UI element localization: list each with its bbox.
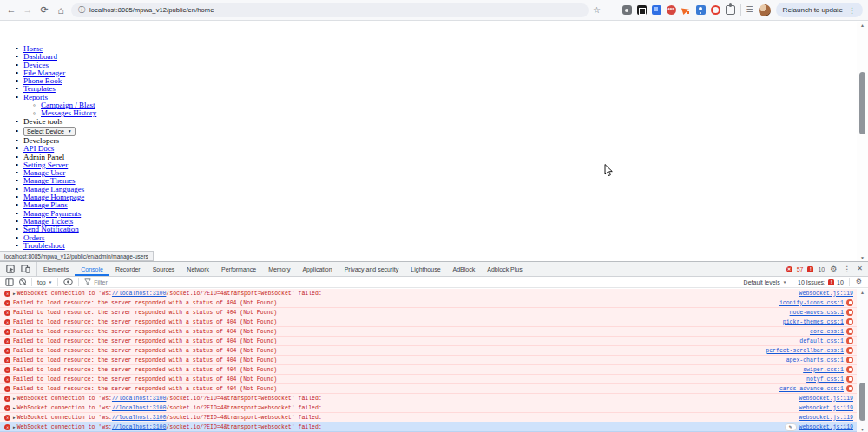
log-levels-dropdown[interactable]: Default levels ▼ bbox=[744, 279, 787, 285]
websocket-url-link[interactable]: //localhost:3100 bbox=[112, 415, 166, 421]
console-websocket-error-row[interactable]: ✕▶WebSocket connection to 'ws://localhos… bbox=[0, 413, 857, 422]
menu-item-setting-server[interactable]: Setting Server bbox=[23, 161, 857, 169]
scroll-down-icon[interactable]: ▼ bbox=[857, 254, 868, 261]
console-404-error-row[interactable]: ✕Failed to load resource: the server res… bbox=[0, 346, 857, 356]
devtools-tab-sources[interactable]: Sources bbox=[147, 262, 181, 276]
expand-triangle-icon[interactable]: ▶ bbox=[13, 425, 16, 429]
console-scrollbar-thumb[interactable] bbox=[859, 383, 865, 421]
extensions-puzzle-icon[interactable] bbox=[726, 5, 735, 15]
menu-item-phone-book[interactable]: Phone Book bbox=[23, 77, 857, 85]
devtools-tab-network[interactable]: Network bbox=[181, 262, 215, 276]
back-icon[interactable]: ← bbox=[5, 4, 17, 16]
console-404-error-row[interactable]: ✕Failed to load resource: the server res… bbox=[0, 337, 857, 346]
address-bar[interactable]: ⓘ localhost:8085/mpwa_v12/public/en/home bbox=[71, 3, 589, 17]
source-file-link[interactable]: websocket.js:119 bbox=[799, 424, 853, 430]
menu-item-orders[interactable]: Orders bbox=[23, 234, 857, 242]
websocket-url-link[interactable]: //localhost:3100 bbox=[112, 424, 166, 430]
camera-extension-icon[interactable] bbox=[622, 5, 632, 15]
source-file-link[interactable]: apex-charts.css:1 bbox=[786, 357, 844, 363]
source-file-link[interactable]: websocket.js:119 bbox=[799, 396, 853, 402]
page-scrollbar[interactable]: ▲ ▼ bbox=[857, 22, 868, 261]
console-404-error-row[interactable]: ✕Failed to load resource: the server res… bbox=[0, 384, 857, 394]
websocket-url-link[interactable]: //localhost:3100 bbox=[112, 291, 166, 297]
adblock-plus-icon[interactable] bbox=[667, 5, 676, 15]
bookmark-star-icon[interactable]: ☆ bbox=[593, 6, 601, 15]
source-file-link[interactable]: perfect-scrollbar.css:1 bbox=[766, 348, 844, 354]
expand-triangle-icon[interactable]: ▶ bbox=[13, 396, 16, 401]
home-icon[interactable]: ⌂ bbox=[55, 4, 67, 16]
device-toolbar-icon[interactable] bbox=[21, 265, 30, 273]
menu-item-manage-user[interactable]: Manage User bbox=[23, 169, 857, 177]
source-file-link[interactable]: iconify-icons.css:1 bbox=[779, 300, 844, 306]
scroll-down-icon[interactable]: ▼ bbox=[857, 426, 868, 432]
submenu-item-campaign-blast[interactable]: Campaign / Blast bbox=[41, 101, 857, 109]
console-404-error-row[interactable]: ✕Failed to load resource: the server res… bbox=[0, 308, 857, 317]
menu-item-api-docs[interactable]: API Docs bbox=[23, 145, 857, 153]
console-filter-input[interactable]: Filter bbox=[84, 278, 108, 285]
console-websocket-error-row[interactable]: ✕▶WebSocket connection to 'ws://localhos… bbox=[0, 394, 857, 403]
source-file-link[interactable]: websocket.js:119 bbox=[799, 415, 853, 421]
side-panel-icon[interactable]: ☰ bbox=[746, 6, 753, 14]
scroll-up-icon[interactable]: ▲ bbox=[857, 22, 868, 29]
menu-item-home[interactable]: Home bbox=[23, 45, 857, 53]
console-404-error-row[interactable]: ✕Failed to load resource: the server res… bbox=[0, 365, 857, 375]
devtools-tab-elements[interactable]: Elements bbox=[37, 262, 75, 276]
red-ring-extension-icon[interactable] bbox=[711, 5, 720, 15]
console-websocket-error-row[interactable]: ✕▶WebSocket connection to 'ws://localhos… bbox=[0, 422, 857, 432]
menu-item-manage-homepage[interactable]: Manage Homepage bbox=[23, 193, 857, 201]
menu-item-reports[interactable]: ReportsCampaign / BlastMessages History bbox=[23, 94, 857, 118]
source-file-link[interactable]: default.css:1 bbox=[799, 338, 844, 344]
megaphone-extension-icon[interactable] bbox=[681, 5, 691, 15]
site-info-icon[interactable]: ⓘ bbox=[78, 7, 85, 14]
relaunch-to-update-button[interactable]: Relaunch to update ⋮ bbox=[776, 3, 863, 17]
menu-item-troubleshoot[interactable]: Troubleshoot bbox=[23, 242, 857, 250]
devtools-tab-adblock-plus[interactable]: Adblock Plus bbox=[481, 262, 528, 276]
console-websocket-error-row[interactable]: ✕▶WebSocket connection to 'ws://localhos… bbox=[0, 289, 857, 298]
device-select-dropdown[interactable]: Select Device▼ bbox=[23, 127, 76, 136]
menu-item-devices[interactable]: Devices bbox=[23, 62, 857, 69]
console-404-error-row[interactable]: ✕Failed to load resource: the server res… bbox=[0, 298, 857, 308]
expand-triangle-icon[interactable]: ▶ bbox=[13, 416, 16, 420]
menu-item-manage-themes[interactable]: Manage Themes bbox=[23, 177, 857, 185]
source-file-link[interactable]: core.css:1 bbox=[810, 329, 844, 335]
source-file-link[interactable]: websocket.js:119 bbox=[799, 405, 853, 411]
console-404-error-row[interactable]: ✕Failed to load resource: the server res… bbox=[0, 317, 857, 327]
devtools-settings-icon[interactable]: ⚙ bbox=[829, 265, 838, 273]
context-selector[interactable]: top ▼ bbox=[37, 279, 52, 285]
devtools-close-icon[interactable]: ✕ bbox=[856, 265, 864, 272]
devtools-menu-icon[interactable]: ⋮ bbox=[842, 265, 852, 273]
console-settings-icon[interactable]: ⚙ bbox=[855, 278, 863, 285]
menu-item-select-device[interactable]: Select Device▼ bbox=[23, 126, 857, 137]
menu-item-manage-tickets[interactable]: Manage Tickets bbox=[23, 218, 857, 226]
devtools-tab-recorder[interactable]: Recorder bbox=[109, 262, 147, 276]
menu-item-manage-languages[interactable]: Manage Languages bbox=[23, 186, 857, 193]
person-extension-icon[interactable] bbox=[696, 5, 706, 15]
scroll-up-icon[interactable]: ▲ bbox=[857, 289, 868, 296]
devtools-tab-memory[interactable]: Memory bbox=[262, 262, 296, 276]
source-file-link[interactable]: swiper.css:1 bbox=[803, 367, 844, 373]
profile-avatar[interactable] bbox=[759, 4, 771, 16]
source-file-link[interactable]: pickr-themes.css:1 bbox=[783, 319, 844, 325]
console-scrollbar[interactable]: ▲ ▼ bbox=[857, 289, 868, 432]
console-sidebar-icon[interactable] bbox=[5, 278, 14, 286]
reload-icon[interactable]: ⟳ bbox=[38, 4, 50, 16]
menu-item-templates[interactable]: Templates bbox=[23, 85, 857, 93]
devtools-tab-performance[interactable]: Performance bbox=[215, 262, 262, 276]
devtools-tab-adblock[interactable]: AdBlock bbox=[447, 262, 482, 276]
live-expression-eye-icon[interactable] bbox=[63, 278, 73, 285]
menu-item-file-manager[interactable]: File Manager bbox=[23, 69, 857, 77]
clear-console-icon[interactable] bbox=[19, 278, 26, 285]
websocket-url-link[interactable]: //localhost:3100 bbox=[112, 396, 166, 402]
console-websocket-error-row[interactable]: ✕▶WebSocket connection to 'ws://localhos… bbox=[0, 403, 857, 413]
blue-pages-extension-icon[interactable] bbox=[652, 5, 661, 15]
source-file-link[interactable]: websocket.js:119 bbox=[799, 291, 853, 297]
source-file-link[interactable]: cards-advance.css:1 bbox=[779, 386, 844, 392]
inspect-element-icon[interactable] bbox=[6, 265, 15, 273]
websocket-url-link[interactable]: //localhost:3100 bbox=[112, 405, 166, 411]
menu-item-manage-payments[interactable]: Manage Payments bbox=[23, 210, 857, 218]
devtools-tab-privacy-and-security[interactable]: Privacy and security bbox=[339, 262, 405, 276]
extension-hover-badge[interactable]: ✎ bbox=[785, 423, 797, 431]
expand-triangle-icon[interactable]: ▶ bbox=[13, 406, 16, 410]
console-404-error-row[interactable]: ✕Failed to load resource: the server res… bbox=[0, 327, 857, 337]
submenu-item-messages-history[interactable]: Messages History bbox=[41, 109, 857, 117]
